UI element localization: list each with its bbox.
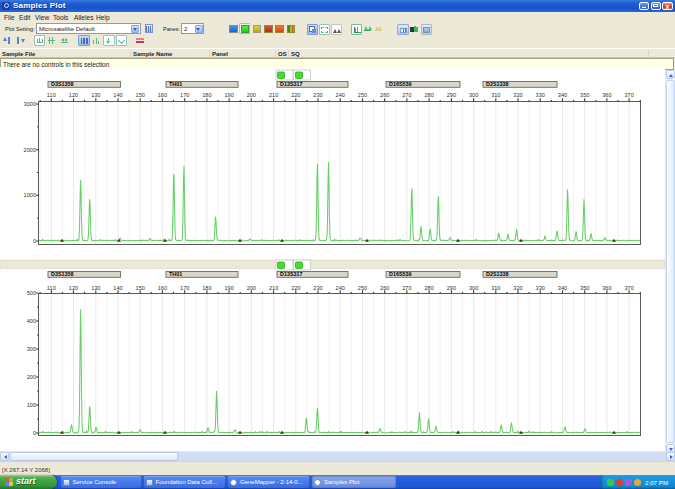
svg-text:D3S1358: D3S1358 [51,271,73,277]
svg-text:230: 230 [313,285,322,291]
svg-text:320: 320 [513,92,522,98]
svg-text:370: 370 [624,285,633,291]
svg-text:220: 220 [291,285,300,291]
svg-text:120: 120 [69,92,78,98]
svg-text:190: 190 [224,285,233,291]
svg-text:170: 170 [180,92,189,98]
svg-text:330: 330 [536,92,545,98]
svg-text:260: 260 [380,92,389,98]
svg-text:150: 150 [136,92,145,98]
svg-text:270: 270 [402,92,411,98]
svg-text:370: 370 [624,92,633,98]
svg-text:200: 200 [247,285,256,291]
svg-text:300: 300 [469,92,478,98]
svg-text:1000: 1000 [24,192,36,198]
svg-text:TH01: TH01 [169,81,182,87]
svg-text:D16S539: D16S539 [389,271,411,277]
svg-text:D2S1338: D2S1338 [486,271,508,277]
svg-text:310: 310 [491,92,500,98]
svg-text:180: 180 [202,285,211,291]
svg-text:130: 130 [91,92,100,98]
svg-text:330: 330 [536,285,545,291]
svg-text:160: 160 [158,285,167,291]
svg-text:150: 150 [136,285,145,291]
svg-text:130: 130 [91,285,100,291]
svg-text:0: 0 [33,238,36,244]
svg-text:300: 300 [469,285,478,291]
svg-text:120: 120 [69,285,78,291]
svg-text:180: 180 [202,92,211,98]
svg-text:270: 270 [402,285,411,291]
svg-text:350: 350 [580,92,589,98]
svg-text:140: 140 [113,285,122,291]
svg-text:110: 110 [47,92,56,98]
svg-text:290: 290 [447,92,456,98]
svg-text:360: 360 [602,285,611,291]
svg-text:0: 0 [33,430,36,436]
svg-text:140: 140 [113,92,122,98]
svg-text:350: 350 [580,285,589,291]
svg-text:290: 290 [447,285,456,291]
svg-text:340: 340 [558,285,567,291]
svg-text:320: 320 [513,285,522,291]
svg-text:170: 170 [180,285,189,291]
svg-text:D16S539: D16S539 [389,81,411,87]
svg-text:280: 280 [424,92,433,98]
svg-text:310: 310 [491,285,500,291]
svg-text:210: 210 [269,285,278,291]
svg-text:D13S317: D13S317 [280,271,302,277]
svg-text:TH01: TH01 [169,271,182,277]
svg-text:400: 400 [27,318,36,324]
svg-text:300: 300 [27,346,36,352]
svg-text:160: 160 [158,92,167,98]
svg-text:200: 200 [27,374,36,380]
svg-text:200: 200 [247,92,256,98]
svg-text:D2S1338: D2S1338 [486,81,508,87]
svg-text:240: 240 [336,92,345,98]
svg-text:D13S317: D13S317 [280,81,302,87]
svg-text:250: 250 [358,92,367,98]
svg-text:110: 110 [47,285,56,291]
svg-text:240: 240 [336,285,345,291]
svg-text:3000: 3000 [24,101,36,107]
svg-text:230: 230 [313,92,322,98]
svg-text:360: 360 [602,92,611,98]
svg-text:210: 210 [269,92,278,98]
svg-text:340: 340 [558,92,567,98]
svg-text:250: 250 [358,285,367,291]
svg-text:2000: 2000 [24,147,36,153]
svg-text:220: 220 [291,92,300,98]
svg-text:100: 100 [27,402,36,408]
svg-text:D3S1358: D3S1358 [51,81,73,87]
svg-text:260: 260 [380,285,389,291]
svg-text:280: 280 [424,285,433,291]
svg-text:500: 500 [27,290,36,296]
svg-text:190: 190 [224,92,233,98]
